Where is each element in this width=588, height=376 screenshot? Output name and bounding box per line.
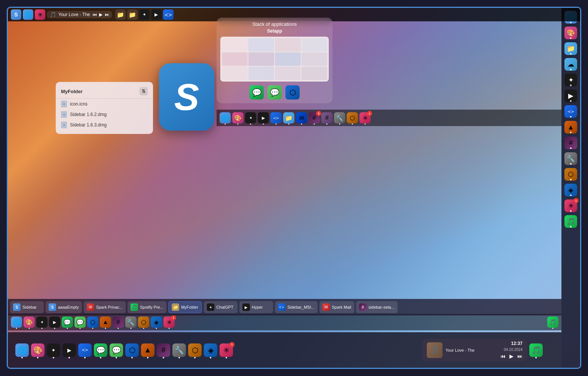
menubar-files-icon[interactable]: 📁 <box>115 9 126 20</box>
right-sidebar-xcode[interactable]: 🔧 <box>564 152 577 165</box>
setapp-cell <box>222 67 248 80</box>
dock-outlook-icon[interactable]: ✉ <box>296 112 307 123</box>
window-item-sidebar-msi[interactable]: ≺≻ Sidebar_MSI... <box>275 301 318 313</box>
window-item-spark-mail[interactable]: ✉ Spark Mail <box>319 301 354 313</box>
next-button[interactable]: ⏭ <box>105 12 109 17</box>
dock-slack2-icon[interactable]: # <box>321 112 333 123</box>
menubar-chatgpt-icon[interactable]: ✦ <box>139 9 150 20</box>
strip-spotify[interactable]: 🎵 <box>547 317 558 328</box>
spark-mail-icon: ✉ <box>322 303 330 311</box>
bottom-chatgpt-icon[interactable]: ✦ <box>47 343 60 357</box>
right-sidebar-vscode[interactable]: ≺≻ <box>564 105 577 118</box>
next-track-button[interactable]: ⏭ <box>517 353 523 359</box>
bottom-affinity-icon[interactable]: ◈ <box>204 343 217 357</box>
menubar-track-name: Your Love - The <box>58 12 90 17</box>
bottom-messages-icon[interactable]: 💬 <box>110 343 123 357</box>
right-sidebar-chatgpt[interactable]: ✦ <box>564 74 577 86</box>
dock-hyper-icon[interactable]: ▶ <box>258 112 269 123</box>
strip-slack[interactable]: # <box>113 317 124 328</box>
menubar-sidebar-icon[interactable]: S <box>11 9 21 20</box>
dock-finder-icon[interactable]: 🌐 <box>220 112 231 123</box>
strip-messages[interactable]: 💬 <box>74 317 86 328</box>
bottom-hyper-icon[interactable]: ▶ <box>62 343 76 357</box>
strip-affinity[interactable]: ◈ <box>151 317 162 328</box>
dock-realityk-icon[interactable]: ⬡ <box>347 112 358 123</box>
setapp-cell <box>301 67 327 80</box>
sidebar-window-icon: S <box>13 303 21 311</box>
bottom-slack-icon[interactable]: # <box>157 343 170 357</box>
dock-icon2[interactable]: 🎨 <box>232 112 244 123</box>
menubar-files2-icon[interactable]: 📁 <box>127 9 138 20</box>
prev-track-button[interactable]: ⏮ <box>500 353 506 359</box>
strip-focus[interactable]: ▲ <box>100 317 111 328</box>
spotify-window-icon: 🎵 <box>131 303 138 311</box>
strip-hyper[interactable]: ▶ <box>49 317 60 328</box>
right-sidebar-spotify[interactable]: 🎵 <box>564 215 577 228</box>
right-sidebar-cloud[interactable]: ☁ <box>564 58 577 71</box>
sidebar-app-icon[interactable]: S <box>159 63 214 131</box>
menubar-setapp-icon[interactable]: ✳ <box>35 9 45 20</box>
date-display: 04.10.2024 <box>504 348 523 352</box>
window-label: Sidebar_MSI... <box>287 305 315 309</box>
whatsapp-icon[interactable]: 💬 <box>249 85 264 100</box>
strip-whatsapp[interactable]: 💬 <box>62 317 73 328</box>
dock-chatgpt-icon[interactable]: ✦ <box>245 112 256 123</box>
messages-icon[interactable]: 💬 <box>267 85 282 100</box>
right-sidebar-setapp[interactable]: ✳ 1 <box>564 199 577 212</box>
bottom-vscode-icon[interactable]: ≺≻ <box>78 343 92 357</box>
setapp-label: Setapp <box>220 28 329 34</box>
bottom-xcode-icon[interactable]: 🔧 <box>172 343 186 357</box>
strip-icon2[interactable]: 🎨 <box>24 317 35 328</box>
right-sidebar-affinity[interactable]: ◈ <box>564 184 577 196</box>
bottom-dropbox-icon[interactable]: ⬡ <box>125 343 139 357</box>
menubar-spotify-widget[interactable]: 🎵 Your Love - The ⏮ ▶ ⏭ <box>47 11 112 18</box>
list-item[interactable]: ▪ Sidebar 1.6.3.dmg <box>56 120 153 130</box>
dock-files-icon[interactable]: 📁 <box>283 112 294 123</box>
strip-setapp[interactable]: ✳ 1 <box>163 317 175 328</box>
setapp-cell <box>222 38 248 52</box>
window-item-spark-privacy[interactable]: ✉ Spark Privac... <box>84 301 126 313</box>
strip-finder[interactable]: 🌐 <box>11 317 22 328</box>
menubar-left: S 🌐 ✳ 🎵 Your Love - The ⏮ ▶ ⏭ 📁 📁 ✦ ▶ ≺ <box>11 9 174 20</box>
play-pause-button[interactable]: ▶ <box>509 353 514 359</box>
window-item-sidebar[interactable]: S Sidebar <box>10 301 44 313</box>
dropbox-icon[interactable]: ⬡ <box>285 85 300 100</box>
bottom-maps-icon[interactable]: 🎨 <box>31 343 45 357</box>
dock-xcode-icon[interactable]: 🔧 <box>334 112 345 123</box>
right-sidebar-slack[interactable]: # <box>564 137 577 149</box>
dock-slack-icon[interactable]: # 5 <box>309 112 320 123</box>
dock-setapp-icon[interactable]: ✳ 1 <box>359 112 371 123</box>
window-item-spotify[interactable]: 🎵 Spotify Pre... <box>128 301 166 313</box>
right-sidebar-hyper[interactable]: ▶ <box>564 89 577 102</box>
play-button[interactable]: ▶ <box>99 12 102 17</box>
strip-dropbox[interactable]: ⬡ <box>87 317 98 328</box>
right-sidebar-realityk[interactable]: ⬡ <box>564 168 577 181</box>
bottom-realityk-icon[interactable]: ⬡ <box>188 343 202 357</box>
window-item-sidebar-seta[interactable]: # sidebar-seta... <box>356 301 398 313</box>
bottom-focus-icon[interactable]: ▲ <box>141 343 154 357</box>
strip-xcode[interactable]: 🔧 <box>125 317 137 328</box>
right-sidebar-icon2[interactable]: 🎨 <box>564 27 577 39</box>
right-sidebar-files[interactable]: 📁 <box>564 42 577 55</box>
menubar-vscode-icon[interactable]: ≺≻ <box>163 9 174 20</box>
strip-realityk[interactable]: ⬡ <box>138 317 149 328</box>
window-item-hyper[interactable]: ▶ Hyper <box>239 301 273 313</box>
list-item[interactable]: ▪ Sidebar 1.6.2.dmg <box>56 109 153 120</box>
window-item-empty[interactable]: S aaaaEmpty <box>46 301 82 313</box>
bottom-setapp-icon[interactable]: ✳ 1 <box>220 343 233 357</box>
prev-button[interactable]: ⏮ <box>92 12 97 17</box>
bottom-whatsapp-icon[interactable]: 💬 <box>94 343 107 357</box>
list-item[interactable]: ▪ icon.icns <box>56 99 153 109</box>
window-item-chatgpt[interactable]: ✦ ChatGPT <box>204 301 238 313</box>
strip-chatgpt[interactable]: ✦ <box>36 317 48 328</box>
file-icon: ▪ <box>61 122 67 128</box>
menubar-finder-icon[interactable]: 🌐 <box>23 9 33 20</box>
myfolder-sort-button[interactable]: ⇅ <box>140 87 148 95</box>
now-playing-widget[interactable]: 🎵 Your Love - The 12:37 04.10.2024 ⏮ ▶ ⏭ <box>422 339 527 361</box>
right-sidebar-focus[interactable]: ▲ <box>564 121 577 134</box>
dock-vscode-icon[interactable]: ≺≻ <box>270 112 282 123</box>
menubar-hyper-icon[interactable]: ▶ <box>151 9 162 20</box>
bottom-finder-icon[interactable]: 🌐 <box>15 343 29 357</box>
window-item-myfolder[interactable]: 📁 MyFolder <box>168 301 202 313</box>
bottom-spotify-icon[interactable]: 🎵 <box>529 343 543 357</box>
